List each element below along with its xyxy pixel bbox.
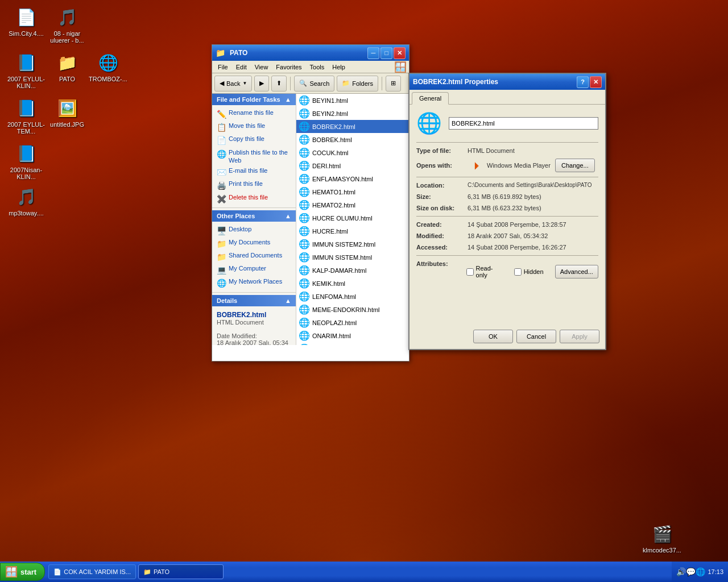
maximize-button[interactable]: □ <box>380 47 392 59</box>
pato-icon: 📁 <box>56 51 78 74</box>
email-file-item[interactable]: ✉️ E-mail this file <box>212 165 296 178</box>
nisan-icon: 📘 <box>15 142 38 165</box>
delete-file-item[interactable]: ✖️ Delete this file <box>212 192 296 205</box>
publish-file-item[interactable]: 🌐 Publish this file to the Web <box>212 147 296 166</box>
change-button[interactable]: Change... <box>555 159 595 172</box>
desktop-icon-nisan[interactable]: 📘 2007Nisan-KLIN... <box>6 142 47 180</box>
file-tasks-section: File and Folder Tasks ▲ ✏️ Rename this f… <box>212 94 296 208</box>
file-list-item[interactable]: 🌐BEYIN1.html <box>296 94 409 107</box>
desktop-icon-mp3[interactable]: 🎵 mp3toway.... <box>6 185 47 217</box>
forward-button[interactable]: ▶ <box>254 76 269 92</box>
rename-icon: ✏️ <box>217 109 226 119</box>
desktop-icon-klmcodec[interactable]: 🎬 klmcodec37... <box>642 522 682 554</box>
file-list-item[interactable]: 🌐IMMUN SISTEM.html <box>296 251 409 264</box>
other-places-header[interactable]: Other Places ▲ <box>212 210 296 222</box>
readonly-checkbox[interactable] <box>466 268 474 276</box>
file-list-item[interactable]: 🌐LENFOMA.html <box>296 290 409 303</box>
explorer-content: File and Folder Tasks ▲ ✏️ Rename this f… <box>212 94 409 345</box>
view-button[interactable]: ⊞ <box>386 76 401 92</box>
filename: IMMUN SISTEM2.html <box>312 241 375 248</box>
up-button[interactable]: ⬆ <box>271 76 287 92</box>
move-file-item[interactable]: 📋 Move this file <box>212 120 296 134</box>
search-button[interactable]: 🔍 Search <box>294 76 334 92</box>
mydocs-item[interactable]: 📁 My Documents <box>212 237 296 250</box>
file-icon: 🌐 <box>299 278 310 289</box>
file-list-item[interactable]: 🌐BOBREK.html <box>296 133 409 146</box>
filename: IMMUN SISTEM.html <box>312 254 372 261</box>
props-location-row: Location: C:\Documents and Settings\Bura… <box>416 182 598 189</box>
taskbar-item-task2[interactable]: 📁 PATO <box>138 564 224 579</box>
file-list-item[interactable]: 🌐HEMATO2.html <box>296 198 409 211</box>
untitled-label: untitled.JPG <box>47 121 88 128</box>
menu-view[interactable]: View <box>251 63 272 72</box>
file-list-item[interactable]: 🌐KEMIK.html <box>296 277 409 290</box>
props-location-label: Location: <box>416 182 468 189</box>
props-help-button[interactable]: ? <box>577 76 589 88</box>
file-icon: 🌐 <box>299 108 310 119</box>
menu-help[interactable]: Help <box>329 63 349 72</box>
rename-file-item[interactable]: ✏️ Rename this file <box>212 107 296 120</box>
filename: HEMATO1.html <box>312 189 355 196</box>
desktop-icon-untitled[interactable]: 🖼️ untitled.JPG <box>47 97 88 128</box>
desktop-item[interactable]: 🖥️ Desktop <box>212 224 296 237</box>
file-list-item[interactable]: 🌐IMMUN SISTEM2.html <box>296 238 409 251</box>
desktop-icon-pato[interactable]: 📁 PATO <box>47 51 88 82</box>
tab-general[interactable]: General <box>412 92 449 105</box>
file-list-item[interactable]: 🌐KALP-DAMAR.html <box>296 264 409 277</box>
close-button[interactable]: ✕ <box>394 47 406 59</box>
desktop-icon-word2[interactable]: 📘 2007 EYLUL-TEM... <box>6 97 47 135</box>
task2-label: PATO <box>154 568 169 575</box>
file-list-item[interactable]: 🌐BOBREK2.html <box>296 120 409 133</box>
apply-button[interactable]: Apply <box>560 330 599 343</box>
network-item[interactable]: 🌐 My Network Places <box>212 276 296 289</box>
file-list-item[interactable]: 🌐ONARIM.html <box>296 329 409 342</box>
file-icon: 🌐 <box>299 199 310 210</box>
desktop-icon-simcity[interactable]: 📄 Sim.City.4.... <box>6 6 47 37</box>
props-close-button[interactable]: ✕ <box>590 76 602 88</box>
file-list-item[interactable]: 🌐BEYIN2.html <box>296 107 409 120</box>
filename: COCUK.html <box>312 149 349 156</box>
start-button[interactable]: 🪟 start <box>0 563 45 581</box>
advanced-button[interactable]: Advanced... <box>555 265 598 278</box>
file-list-item[interactable]: 🌐NEOPLAZI.html <box>296 316 409 329</box>
folders-button[interactable]: 📁 Folders <box>337 76 378 92</box>
mycomputer-item[interactable]: 💻 My Computer <box>212 263 296 276</box>
left-panel: File and Folder Tasks ▲ ✏️ Rename this f… <box>212 94 296 345</box>
minimize-button[interactable]: ─ <box>367 47 379 59</box>
file-list-item[interactable]: 🌐HUCRE.html <box>296 225 409 238</box>
hidden-checkbox[interactable] <box>514 268 522 276</box>
filename: HEMATO2.html <box>312 202 355 209</box>
copy-file-item[interactable]: 📄 Copy this file <box>212 134 296 147</box>
file-icon: 🌐 <box>299 95 310 106</box>
menu-edit[interactable]: Edit <box>233 63 250 72</box>
file-list-item[interactable]: 🌐TROMBOZ-SOK.html <box>296 342 409 345</box>
props-filename-input[interactable] <box>449 117 598 130</box>
back-button[interactable]: ◀ Back ▼ <box>214 76 252 92</box>
desktop-icon-tromboz[interactable]: 🌐 TROMBOZ-... <box>88 51 129 82</box>
menu-favorites[interactable]: Favorites <box>272 63 305 72</box>
file-icon: 🌐 <box>299 252 310 263</box>
print-file-item[interactable]: 🖨️ Print this file <box>212 178 296 192</box>
klmcodec-icon: 🎬 <box>651 522 673 545</box>
file-list-item[interactable]: 🌐HEMATO1.html <box>296 185 409 198</box>
file-tasks-header[interactable]: File and Folder Tasks ▲ <box>212 94 296 105</box>
file-list-item[interactable]: 🌐COCUK.html <box>296 146 409 159</box>
file-list-item[interactable]: 🌐DERI.html <box>296 159 409 172</box>
cancel-button[interactable]: Cancel <box>516 330 556 343</box>
file-list-item[interactable]: 🌐ENFLAMASYON.html <box>296 172 409 185</box>
props-created-value: 14 Şubat 2008 Perşembe, 13:28:57 <box>468 221 566 228</box>
file-list-item[interactable]: 🌐HUCRE OLUMU.html <box>296 211 409 225</box>
back-dropdown-icon[interactable]: ▼ <box>242 81 247 86</box>
shareddocs-item[interactable]: 📁 Shared Documents <box>212 250 296 263</box>
ok-button[interactable]: OK <box>473 330 513 343</box>
menu-file[interactable]: File <box>214 63 231 72</box>
menu-tools[interactable]: Tools <box>307 63 328 72</box>
desktop-icon-word1[interactable]: 📘 2007 EYLUL-KLIN... <box>6 51 47 89</box>
file-list-item[interactable]: 🌐MEME-ENDOKRIN.html <box>296 303 409 316</box>
props-buttons: OK Cancel Apply <box>473 330 599 343</box>
details-header[interactable]: Details ▲ <box>212 295 296 306</box>
taskbar-item-task1[interactable]: 📄 COK ACIL YARDIM IS... <box>48 564 136 579</box>
desktop-icon-nigar[interactable]: 🎵 08 - nigar uluerer - b... <box>47 6 88 44</box>
move-icon: 📋 <box>217 122 226 132</box>
taskbar-tray: 🔊💬🌐 17:13 <box>672 562 728 582</box>
